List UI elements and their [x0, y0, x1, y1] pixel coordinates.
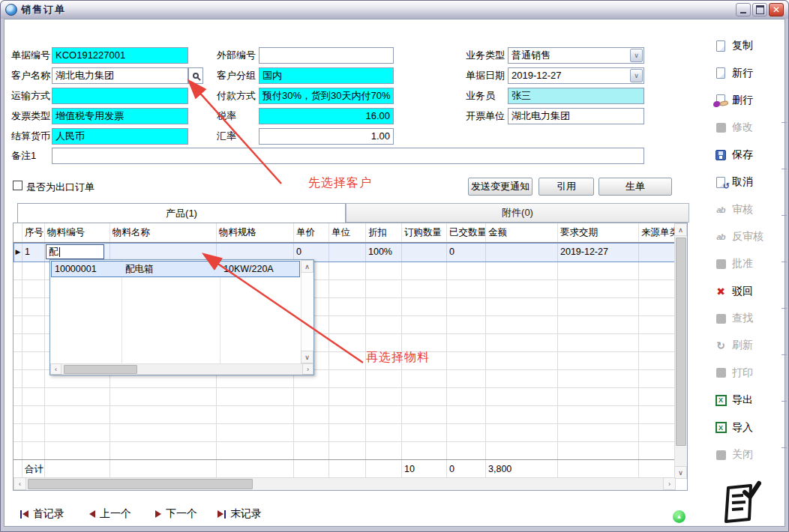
cell-delivered[interactable]: 0: [447, 243, 486, 262]
popup-horizontal-scrollbar[interactable]: [50, 363, 314, 375]
annotation-select-customer: 先选择客户: [308, 175, 372, 191]
grid-header-price[interactable]: 单价: [294, 223, 329, 242]
doc-no-label: 单据编号: [11, 47, 50, 64]
scroll-down-icon[interactable]: [674, 466, 687, 479]
approve-icon: [713, 257, 728, 270]
scroll-right-icon[interactable]: [302, 363, 314, 375]
payment-label: 付款方式: [217, 88, 256, 104]
doc-date-select[interactable]: 2019-12-27: [508, 67, 644, 84]
customer-label: 客户名称: [11, 67, 50, 84]
nav-next[interactable]: 下一个: [155, 507, 197, 521]
generate-order-button[interactable]: 生单: [598, 178, 672, 196]
scroll-up-icon[interactable]: [674, 223, 687, 236]
exchange-rate-field[interactable]: 1.00: [259, 128, 394, 145]
grid-header-code[interactable]: 物料编号: [45, 223, 110, 242]
ext-no-field[interactable]: [259, 47, 394, 64]
nav-last-record[interactable]: 末记录: [218, 507, 262, 521]
salesman-field[interactable]: 张三: [508, 88, 644, 104]
cell-source-type[interactable]: [639, 243, 676, 262]
customer-field[interactable]: 湖北电力集团: [52, 67, 188, 84]
material-code-input[interactable]: 配: [46, 244, 104, 259]
grid-vertical-scrollbar[interactable]: [674, 223, 687, 479]
new-row-button[interactable]: 新行: [713, 59, 784, 86]
nav-first-record[interactable]: 首记录: [20, 507, 64, 521]
invoice-unit-field[interactable]: 湖北电力集团: [508, 108, 644, 124]
tab-product[interactable]: 产品(1): [17, 203, 346, 223]
remark-field[interactable]: [52, 148, 644, 164]
close-form-button: 关闭: [713, 441, 784, 468]
annotation-select-material: 再选择物料: [366, 350, 430, 366]
tax-rate-field[interactable]: 16.00: [259, 108, 394, 124]
doc-no-field[interactable]: KCO191227001: [52, 47, 188, 64]
toolbar-sidebar: 复制 新行 删行 修改 保存 取消 审核 反审核 批准 驳回: [713, 32, 784, 468]
reference-button[interactable]: 引用: [538, 178, 594, 196]
cell-seq[interactable]: 1: [22, 243, 45, 262]
grid-header-indicator: [14, 223, 22, 242]
cancel-button[interactable]: 取消: [713, 169, 784, 196]
grid-header-amount[interactable]: 金额: [486, 223, 558, 242]
export-order-checkbox[interactable]: [13, 181, 22, 190]
chevron-down-icon[interactable]: [630, 49, 643, 62]
order-stamp-icon: [718, 480, 761, 527]
grid-total-row: 合计 10 0 3,800: [14, 459, 676, 479]
grid-header-spec[interactable]: 物料规格: [217, 223, 294, 242]
cust-group-field[interactable]: 国内: [259, 67, 394, 84]
previous-icon: [89, 510, 95, 518]
currency-label: 结算货币: [11, 128, 50, 145]
grid-header-delivered[interactable]: 已交数量: [447, 223, 486, 242]
grid-header-discount[interactable]: 折扣: [366, 223, 402, 242]
grid-header-source-type[interactable]: 来源单类: [639, 223, 676, 242]
currency-field[interactable]: 人民币: [52, 128, 188, 145]
audit-icon: [713, 203, 728, 217]
payment-field[interactable]: 预付30%，货到30天内付70%: [259, 88, 394, 104]
grid-horizontal-scrollbar[interactable]: [14, 477, 676, 490]
sidebar-edge-marks: [782, 122, 787, 467]
grid-header-order-qty[interactable]: 订购数量: [402, 223, 447, 242]
biz-type-select[interactable]: 普通销售: [508, 47, 644, 64]
grid-header-unit[interactable]: 单位: [329, 223, 366, 242]
cell-order-qty[interactable]: [402, 243, 447, 262]
send-change-notice-button[interactable]: 发送变更通知: [468, 178, 532, 196]
cust-group-label: 客户分组: [217, 67, 256, 84]
reject-button[interactable]: 驳回: [713, 278, 784, 305]
scroll-left-icon[interactable]: [14, 477, 26, 490]
grid-header-name[interactable]: 物料名称: [110, 223, 217, 242]
cell-unit[interactable]: [329, 243, 366, 262]
transport-field[interactable]: [52, 88, 188, 104]
invoice-type-field[interactable]: 增值税专用发票: [52, 108, 188, 124]
material-option-selected[interactable]: 10000001 配电箱 10KW/220A: [51, 261, 300, 277]
cell-amount[interactable]: [486, 243, 558, 262]
minimize-button[interactable]: [736, 3, 751, 16]
customer-search-button[interactable]: [188, 67, 203, 84]
delete-row-icon: [713, 94, 728, 107]
scroll-up-icon[interactable]: [301, 260, 314, 273]
scroll-right-icon[interactable]: [663, 477, 676, 490]
chevron-down-icon[interactable]: [630, 69, 643, 82]
transport-label: 运输方式: [11, 88, 50, 104]
excel-export-icon: [713, 393, 728, 407]
export-button[interactable]: 导出: [713, 387, 784, 414]
import-button[interactable]: 导入: [713, 414, 784, 441]
exchange-rate-label: 汇率: [217, 128, 236, 145]
scroll-down-icon[interactable]: [301, 351, 314, 363]
maximize-button[interactable]: [752, 3, 767, 16]
biz-type-value: 普通销售: [512, 49, 550, 61]
grid-header-seq[interactable]: 序号: [22, 223, 45, 242]
save-button[interactable]: 保存: [713, 142, 784, 169]
tab-attachment[interactable]: 附件(0): [346, 203, 689, 223]
invoice-unit-label: 开票单位: [466, 108, 505, 124]
last-record-icon: [218, 510, 226, 519]
scroll-thumb[interactable]: [64, 365, 137, 374]
grid-header-due-date[interactable]: 要求交期: [558, 223, 639, 242]
popup-vertical-scrollbar[interactable]: [301, 260, 314, 363]
delete-row-button[interactable]: 删行: [713, 87, 784, 114]
cell-discount[interactable]: 100%: [366, 243, 402, 262]
copy-button[interactable]: 复制: [713, 32, 784, 59]
close-button[interactable]: [769, 3, 784, 16]
app-globe-icon: [5, 4, 17, 16]
scroll-thumb[interactable]: [676, 238, 686, 446]
nav-previous[interactable]: 上一个: [89, 507, 131, 521]
cell-due-date[interactable]: 2019-12-27: [558, 243, 639, 262]
scroll-left-icon[interactable]: [50, 363, 62, 375]
scroll-thumb[interactable]: [28, 479, 253, 489]
